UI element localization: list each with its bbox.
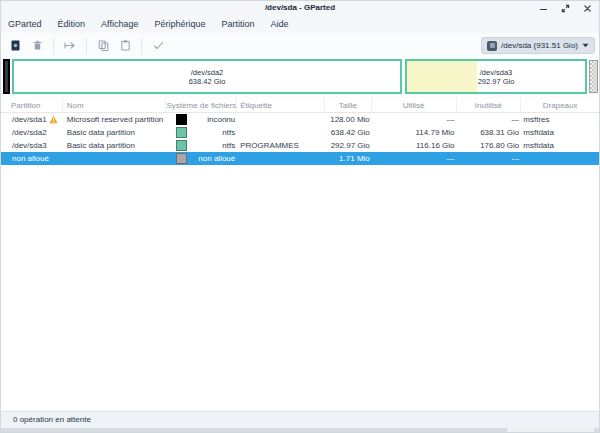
device-selector[interactable]: /dev/sda (931.51 Gio) bbox=[481, 37, 595, 54]
apply-check-icon bbox=[152, 39, 165, 52]
copy-button[interactable] bbox=[92, 35, 114, 57]
diskbar-sda2-size: 638.42 Gio bbox=[189, 77, 226, 86]
header-taille: Taille bbox=[325, 98, 372, 112]
paste-icon bbox=[119, 39, 132, 52]
bottom-edge-highlight bbox=[507, 428, 594, 432]
window-title: /dev/sda - GParted bbox=[1, 1, 599, 15]
diskbar-sda3-size: 292.97 Gio bbox=[478, 77, 515, 86]
diskbar-segment-sda1[interactable] bbox=[3, 59, 10, 94]
new-partition-button[interactable] bbox=[4, 35, 26, 57]
filesystem-color-swatch bbox=[176, 140, 187, 151]
table-row-selected[interactable]: non alloué non alloué 1.71 Mio --- --- bbox=[1, 152, 599, 165]
row-flags: msftdata bbox=[521, 139, 599, 152]
trash-icon bbox=[31, 39, 44, 52]
row-size: 638.42 Gio bbox=[325, 126, 372, 139]
row-unused: 176.80 Gio bbox=[457, 139, 522, 152]
diskbar-segment-sda3[interactable]: /dev/sda3 292.97 Gio bbox=[405, 59, 587, 94]
header-partition: Partition bbox=[1, 98, 63, 112]
minimize-icon bbox=[539, 4, 548, 13]
menu-affichage[interactable]: Affichage bbox=[93, 15, 146, 33]
device-selector-value: /dev/sda (931.51 Gio) bbox=[501, 41, 578, 50]
toolbar-separator bbox=[53, 38, 54, 54]
row-filesystem: ntfs bbox=[222, 141, 235, 150]
row-size: 292.97 Gio bbox=[325, 139, 372, 152]
header-drapeaux: Drapeaux bbox=[521, 98, 599, 112]
filesystem-color-swatch bbox=[176, 114, 187, 125]
restore-button[interactable] bbox=[558, 1, 573, 15]
row-name: Basic data partition bbox=[63, 126, 167, 139]
restore-icon bbox=[561, 4, 570, 13]
diskbar-segment-sda2[interactable]: /dev/sda2 638.42 Gio bbox=[12, 59, 402, 94]
table-row[interactable]: /dev/sda1 Microsoft reserved partition i… bbox=[1, 113, 599, 126]
diskbar-sda2-name: /dev/sda2 bbox=[191, 68, 224, 77]
paste-button[interactable] bbox=[114, 35, 136, 57]
row-flags: msftdata bbox=[521, 126, 599, 139]
filesystem-color-swatch bbox=[176, 153, 187, 164]
warning-icon bbox=[49, 115, 58, 124]
row-used: --- bbox=[372, 152, 457, 165]
row-unused: 638.31 Gio bbox=[457, 126, 522, 139]
header-utilise: Utilisé bbox=[372, 98, 457, 112]
row-name: Microsoft reserved partition bbox=[63, 113, 167, 126]
row-used: 114.79 Mio bbox=[372, 126, 457, 139]
close-button[interactable] bbox=[580, 1, 595, 15]
gparted-window: /dev/sda - GParted GParted Édition Affic… bbox=[0, 0, 600, 433]
delete-partition-button[interactable] bbox=[26, 35, 48, 57]
toolbar-separator bbox=[86, 38, 87, 54]
new-partition-icon bbox=[9, 39, 22, 52]
partition-table: Partition Nom Système de fichiers Étique… bbox=[1, 98, 599, 411]
row-flags: msftres bbox=[521, 113, 599, 126]
window-controls bbox=[529, 1, 595, 15]
diskbar-sda2-label: /dev/sda2 638.42 Gio bbox=[14, 61, 400, 92]
status-bar: 0 opération en attente bbox=[1, 411, 599, 428]
header-filesystem: Système de fichiers bbox=[166, 98, 237, 112]
row-unused: --- bbox=[457, 113, 522, 126]
toolbar: /dev/sda (931.51 Gio) bbox=[1, 33, 599, 58]
header-inutilise: Inutilisé bbox=[457, 98, 522, 112]
toolbar-separator bbox=[141, 38, 142, 54]
table-empty-area bbox=[1, 165, 599, 411]
row-label: PROGRAMMES bbox=[237, 139, 325, 152]
window-bottom-edge bbox=[1, 428, 599, 432]
row-partition: /dev/sda2 bbox=[12, 126, 47, 139]
row-partition: /dev/sda1 bbox=[12, 113, 47, 126]
header-etiquette: Étiquette bbox=[237, 98, 325, 112]
menu-edition[interactable]: Édition bbox=[50, 15, 94, 33]
resize-move-icon bbox=[63, 39, 77, 52]
apply-button[interactable] bbox=[147, 35, 169, 57]
menu-gparted[interactable]: GParted bbox=[8, 15, 50, 33]
menu-peripherique[interactable]: Périphérique bbox=[146, 15, 213, 33]
row-filesystem: inconnu bbox=[207, 115, 235, 124]
table-row[interactable]: /dev/sda2 Basic data partition ntfs 638.… bbox=[1, 126, 599, 139]
filesystem-color-swatch bbox=[176, 127, 187, 138]
table-header: Partition Nom Système de fichiers Étique… bbox=[1, 98, 599, 113]
pending-operations-text: 0 opération en attente bbox=[13, 415, 91, 424]
menu-partition[interactable]: Partition bbox=[213, 15, 262, 33]
diskbar-segment-unallocated[interactable] bbox=[589, 60, 598, 93]
hard-drive-icon bbox=[487, 41, 497, 51]
header-nom: Nom bbox=[63, 98, 167, 112]
menu-aide[interactable]: Aide bbox=[263, 15, 297, 33]
diskbar-sda3-label: /dev/sda3 292.97 Gio bbox=[407, 61, 585, 92]
table-row[interactable]: /dev/sda3 Basic data partition ntfs PROG… bbox=[1, 139, 599, 152]
menu-bar: GParted Édition Affichage Périphérique P… bbox=[1, 15, 599, 33]
row-filesystem: ntfs bbox=[222, 128, 235, 137]
row-filesystem: non alloué bbox=[198, 154, 235, 163]
chevron-down-icon bbox=[582, 43, 589, 48]
row-unused: --- bbox=[457, 152, 522, 165]
row-used: 116.16 Gio bbox=[372, 139, 457, 152]
row-used: --- bbox=[372, 113, 457, 126]
row-name: Basic data partition bbox=[63, 139, 167, 152]
resize-move-button[interactable] bbox=[59, 35, 81, 57]
copy-icon bbox=[97, 39, 110, 52]
close-icon bbox=[583, 4, 592, 13]
row-size: 1.71 Mio bbox=[325, 152, 372, 165]
title-bar: /dev/sda - GParted bbox=[1, 1, 599, 15]
minimize-button[interactable] bbox=[536, 1, 551, 15]
row-size: 128.00 Mio bbox=[325, 113, 372, 126]
row-partition: non alloué bbox=[12, 152, 49, 165]
disk-visual-bar: /dev/sda2 638.42 Gio /dev/sda3 292.97 Gi… bbox=[1, 58, 599, 98]
diskbar-sda3-name: /dev/sda3 bbox=[480, 68, 513, 77]
row-partition: /dev/sda3 bbox=[12, 139, 47, 152]
